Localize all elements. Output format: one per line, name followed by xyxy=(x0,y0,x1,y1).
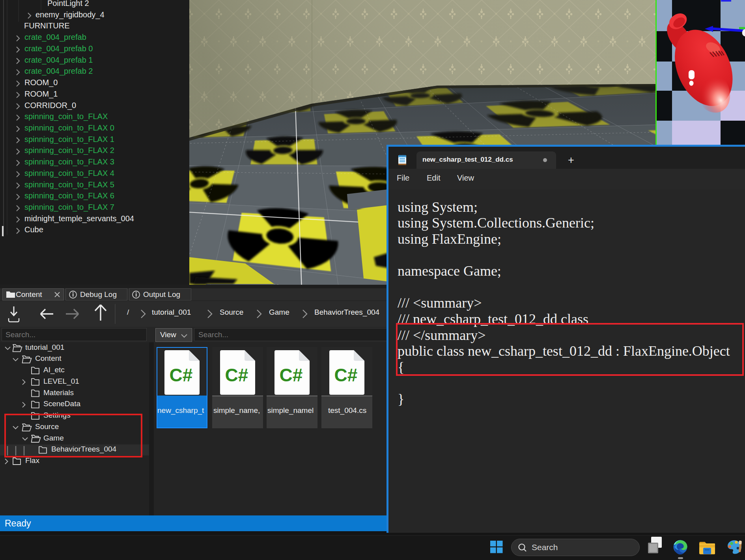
svg-text:C#: C# xyxy=(334,365,358,385)
svg-text:C#: C# xyxy=(280,365,303,385)
svg-text:C#: C# xyxy=(170,365,193,385)
svg-text:C#: C# xyxy=(225,365,248,385)
